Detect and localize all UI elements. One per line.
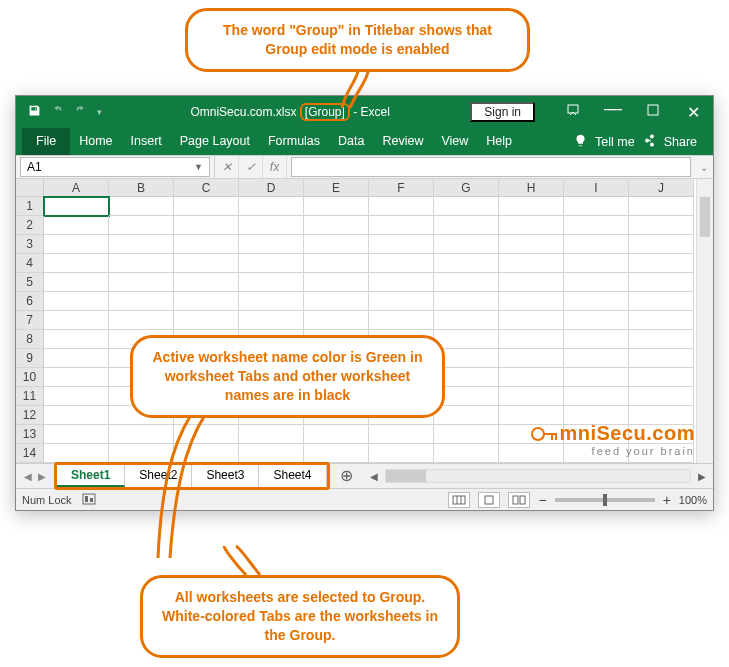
col-head[interactable]: H — [499, 179, 564, 197]
view-page-break-icon[interactable] — [508, 492, 530, 508]
cell[interactable] — [499, 273, 564, 292]
cell[interactable] — [499, 216, 564, 235]
cell[interactable] — [499, 235, 564, 254]
cell[interactable] — [629, 330, 694, 349]
row-head[interactable]: 6 — [16, 292, 44, 311]
view-normal-icon[interactable] — [448, 492, 470, 508]
cell[interactable] — [629, 197, 694, 216]
save-icon[interactable] — [28, 104, 41, 120]
cell[interactable] — [174, 273, 239, 292]
cell[interactable] — [369, 197, 434, 216]
cell[interactable] — [174, 444, 239, 463]
cell[interactable] — [499, 197, 564, 216]
tab-view[interactable]: View — [432, 128, 477, 155]
col-head[interactable]: B — [109, 179, 174, 197]
row-head[interactable]: 13 — [16, 425, 44, 444]
cell[interactable] — [434, 292, 499, 311]
scroll-thumb[interactable] — [386, 470, 426, 482]
qat-dropdown-icon[interactable]: ▾ — [97, 107, 102, 117]
cell[interactable] — [174, 292, 239, 311]
scroll-right-icon[interactable]: ▶ — [695, 471, 709, 482]
row-head[interactable]: 4 — [16, 254, 44, 273]
tab-file[interactable]: File — [22, 128, 70, 155]
cell[interactable] — [564, 273, 629, 292]
col-head[interactable]: G — [434, 179, 499, 197]
spreadsheet-grid[interactable]: A B C D E F G H I J 1234567891011121314 — [16, 179, 696, 463]
cell[interactable] — [499, 330, 564, 349]
undo-icon[interactable] — [51, 104, 64, 120]
cell[interactable] — [629, 273, 694, 292]
cell[interactable] — [434, 311, 499, 330]
tab-nav-prev-icon[interactable]: ◀ — [24, 471, 32, 482]
row-head[interactable]: 1 — [16, 197, 44, 216]
scroll-left-icon[interactable]: ◀ — [367, 471, 381, 482]
cell[interactable] — [44, 425, 109, 444]
cell[interactable] — [239, 311, 304, 330]
cell[interactable] — [564, 349, 629, 368]
cell[interactable] — [44, 235, 109, 254]
row-head[interactable]: 2 — [16, 216, 44, 235]
row-head[interactable]: 5 — [16, 273, 44, 292]
cell[interactable] — [44, 197, 109, 216]
cell[interactable] — [304, 216, 369, 235]
cell[interactable] — [434, 235, 499, 254]
scroll-thumb[interactable] — [700, 197, 710, 237]
cell[interactable] — [434, 406, 499, 425]
sheet-tab-sheet2[interactable]: Sheet2 — [125, 465, 192, 487]
cell[interactable] — [304, 197, 369, 216]
sign-in-button[interactable]: Sign in — [470, 102, 535, 122]
cell[interactable] — [304, 311, 369, 330]
cell[interactable] — [564, 254, 629, 273]
cell[interactable] — [629, 216, 694, 235]
cell[interactable] — [499, 311, 564, 330]
vertical-scrollbar[interactable] — [696, 179, 713, 463]
cell[interactable] — [434, 197, 499, 216]
new-sheet-button[interactable]: ⊕ — [330, 465, 363, 487]
cell[interactable] — [629, 311, 694, 330]
row-head[interactable]: 12 — [16, 406, 44, 425]
col-head[interactable]: J — [629, 179, 694, 197]
cell[interactable] — [499, 387, 564, 406]
cell[interactable] — [174, 254, 239, 273]
cell[interactable] — [174, 197, 239, 216]
row-head[interactable]: 7 — [16, 311, 44, 330]
cell[interactable] — [564, 235, 629, 254]
cancel-icon[interactable]: ✕ — [215, 156, 239, 178]
tab-insert[interactable]: Insert — [122, 128, 171, 155]
cell[interactable] — [564, 330, 629, 349]
cell[interactable] — [369, 254, 434, 273]
minimize-icon[interactable]: — — [593, 103, 633, 122]
row-head[interactable]: 11 — [16, 387, 44, 406]
cell[interactable] — [239, 425, 304, 444]
cell[interactable] — [434, 216, 499, 235]
name-box-dropdown-icon[interactable]: ▼ — [194, 162, 203, 172]
cell[interactable] — [109, 197, 174, 216]
cell[interactable] — [564, 368, 629, 387]
cell[interactable] — [499, 368, 564, 387]
row-head[interactable]: 9 — [16, 349, 44, 368]
cell[interactable] — [174, 216, 239, 235]
row-head[interactable]: 14 — [16, 444, 44, 463]
cell[interactable] — [304, 235, 369, 254]
cell[interactable] — [434, 330, 499, 349]
row-head[interactable]: 3 — [16, 235, 44, 254]
cell[interactable] — [434, 425, 499, 444]
tab-home[interactable]: Home — [70, 128, 121, 155]
cell[interactable] — [239, 254, 304, 273]
cell[interactable] — [369, 216, 434, 235]
cell[interactable] — [44, 387, 109, 406]
cell[interactable] — [369, 444, 434, 463]
cell[interactable] — [564, 292, 629, 311]
tab-page-layout[interactable]: Page Layout — [171, 128, 259, 155]
cell[interactable] — [434, 273, 499, 292]
select-all-corner[interactable] — [16, 179, 44, 197]
tab-help[interactable]: Help — [477, 128, 521, 155]
cell[interactable] — [629, 254, 694, 273]
tab-data[interactable]: Data — [329, 128, 373, 155]
cell[interactable] — [629, 368, 694, 387]
enter-icon[interactable]: ✓ — [239, 156, 263, 178]
sheet-tab-sheet3[interactable]: Sheet3 — [192, 465, 259, 487]
cell[interactable] — [44, 254, 109, 273]
close-icon[interactable]: ✕ — [673, 103, 713, 122]
cell[interactable] — [629, 387, 694, 406]
